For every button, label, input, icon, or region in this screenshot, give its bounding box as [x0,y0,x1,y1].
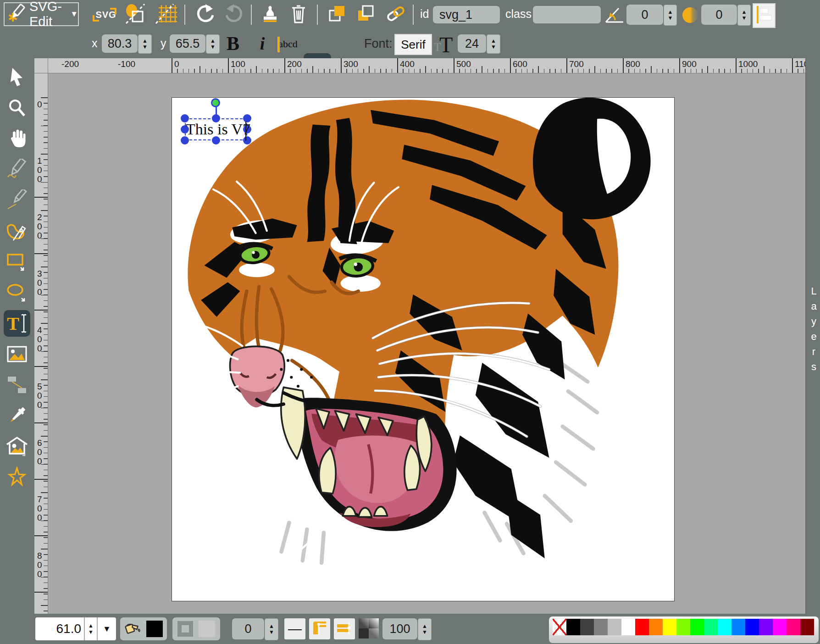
stroke-color-control[interactable] [172,617,220,640]
tool-pan[interactable] [4,126,30,152]
palette-swatch[interactable] [731,619,745,635]
stroke-width-input[interactable]: 0 [232,618,264,639]
tool-eyedropper[interactable] [4,402,30,429]
magnifier-icon [7,97,27,119]
font-size-spinner[interactable]: ▲▼ [487,34,500,54]
wireframe-mode-button[interactable] [122,4,149,25]
tool-star[interactable] [4,464,30,490]
h-ruler-label: 700 [569,60,584,69]
opacity-input[interactable]: 100 [382,618,417,639]
tool-ellipse[interactable] [4,279,30,306]
opacity-spinner[interactable]: ▲▼ [418,618,432,640]
tool-image[interactable] [4,341,30,367]
tool-select[interactable] [4,64,30,91]
palette-swatch[interactable] [676,619,690,635]
stroke-color-swatch[interactable] [199,621,215,637]
redo-icon [224,3,245,26]
rotate-handle[interactable] [211,98,220,107]
shape-overlap-icon [124,3,146,26]
svg-canvas[interactable]: This is V7 [172,97,675,601]
palette-swatch[interactable] [718,619,731,635]
layers-panel-title: Layers [808,285,820,376]
palette-swatch[interactable] [787,619,800,635]
x-spinner[interactable]: ▲▼ [138,34,152,54]
tool-shape-library[interactable] [4,433,30,460]
id-input[interactable]: svg_1 [433,6,500,23]
tool-connector[interactable] [4,372,30,398]
edit-source-button[interactable]: SVG [93,4,119,25]
palette-swatch[interactable] [580,619,594,635]
zoom-dropdown-arrow-icon[interactable]: ▼ [98,624,116,634]
main-menu-button[interactable]: ✱ SVG-Edit ▼ [4,2,79,26]
undo-button[interactable] [192,4,218,25]
y-spinner[interactable]: ▲▼ [206,34,220,54]
zoom-spinner[interactable]: ▲▼ [84,617,98,640]
canvas-text-element[interactable]: This is V7 [186,121,250,138]
h-ruler-label: -200 [61,60,79,69]
bottom-toolbar: 61.0 ▲▼ ▼ [0,614,820,644]
palette-swatch[interactable] [566,619,580,635]
trash-icon [288,3,309,26]
class-input[interactable] [533,6,601,23]
linejoin-button[interactable] [309,618,330,639]
palette-swatch[interactable] [635,619,649,635]
hand-icon [7,128,27,150]
make-link-button[interactable] [382,4,409,25]
font-family-button[interactable]: Serif [394,34,432,55]
font-size-input[interactable]: 24 [458,34,486,53]
tiger-artwork[interactable] [172,98,674,601]
tool-rectangle[interactable] [4,249,30,275]
palette-swatch[interactable] [690,619,704,635]
zoom-control[interactable]: 61.0 ▲▼ ▼ [35,617,116,640]
svg-source-icon: SVG [95,10,116,20]
h-ruler-label: 400 [400,60,415,69]
pencil-icon [6,159,28,181]
angle-spinner[interactable]: ▲▼ [664,5,677,26]
tool-path[interactable] [4,218,30,244]
italic-button[interactable]: i [251,31,273,56]
delete-button[interactable] [285,4,312,25]
snap-grid-button[interactable] [153,4,180,25]
stroke-dash-button[interactable]: — [284,618,305,639]
palette-swatch[interactable] [608,619,621,635]
x-input[interactable]: 80.3 [102,34,138,53]
redo-button[interactable] [221,4,248,25]
stroke-width-spinner[interactable]: ▲▼ [265,618,278,640]
palette-swatch[interactable] [704,619,718,635]
fill-color-swatch[interactable] [146,621,163,637]
palette-swatch[interactable] [594,619,608,635]
palette-swatch[interactable] [800,619,814,635]
angle-input[interactable]: 0 [626,5,663,25]
palette-swatch[interactable] [621,619,635,635]
align-button[interactable] [753,3,776,28]
move-to-top-button[interactable] [324,4,350,25]
y-input[interactable]: 65.5 [170,34,205,53]
main-toolbar: ✱ SVG-Edit ▼ SVG [0,0,820,29]
move-to-bottom-button[interactable] [352,4,379,25]
palette-swatch[interactable] [759,619,773,635]
tool-text[interactable]: T [4,310,30,337]
stamp-icon [260,3,280,26]
palette-swatch[interactable] [663,619,676,635]
palette-swatch-none[interactable] [553,619,566,635]
v-ruler-label: 6 0 0 [37,439,42,466]
layers-panel-toggle[interactable]: Layers [805,58,820,614]
star-icon [6,466,28,488]
text-anchor-start-button[interactable]: abcd [277,33,299,55]
tool-pencil[interactable] [4,156,30,183]
tool-zoom[interactable] [4,95,30,122]
bold-button[interactable]: B [221,31,245,56]
color-palette [549,616,819,643]
palette-swatch[interactable] [773,619,787,635]
palette-swatch[interactable] [745,619,759,635]
linecap-button[interactable] [334,618,355,639]
fill-color-control[interactable] [120,617,167,640]
paint-bucket-icon [124,619,142,639]
clone-button[interactable] [257,4,283,25]
palette-swatch[interactable] [649,619,663,635]
blur-spinner[interactable]: ▲▼ [737,5,751,26]
zoom-value[interactable]: 61.0 [35,622,84,636]
blur-input[interactable]: 0 [701,5,737,25]
tool-line[interactable] [4,187,30,214]
link-icon [385,3,406,26]
